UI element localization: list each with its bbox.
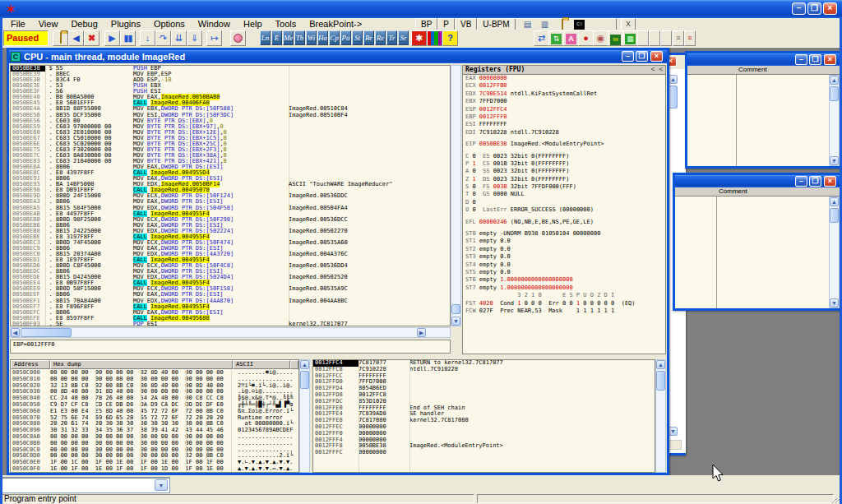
register-line[interactable]: EDI 7C910228 ntdll.7C910228 [463, 129, 665, 136]
help-button[interactable]: ? [442, 30, 458, 46]
scroll-up-icon[interactable]: ▲ [300, 360, 309, 369]
disasm-row[interactable]: 0050BE3B.83C4 F0ADD ESP,-10 [11, 77, 450, 83]
analyze-a-button[interactable]: A [563, 30, 579, 46]
comment-window-bottom-body[interactable]: ▲ ▼ [675, 197, 840, 308]
pane-button-tr[interactable]: Tr [386, 30, 397, 45]
register-line[interactable]: 3 2 1 0 E S P U O Z D I [463, 292, 665, 299]
register-line[interactable]: EDX 7C90E514 ntdll.KiFastSystemCallRet [463, 90, 665, 98]
menu-close-button[interactable]: X [621, 18, 636, 30]
register-line[interactable]: P 1 CS 001B 32bit 0(FFFFFFFF) [463, 160, 665, 168]
disasm-row[interactable]: 0050BE83.C683 21040000 00MOV BYTE PTR DS… [11, 159, 450, 164]
pane-button-th[interactable]: Th [294, 30, 305, 45]
disasm-hscrollbar[interactable]: ◀ ▶ [10, 327, 451, 338]
register-line[interactable]: T 0 GS 0000 NULL [463, 191, 665, 198]
minimize-button[interactable]: – [792, 2, 806, 15]
pane-button-wi[interactable]: Wi [306, 30, 317, 45]
toolbar-blank-button-2[interactable] [649, 30, 660, 46]
comment-window-top-titlebar[interactable]: – ❐ × [687, 53, 840, 66]
combobox-dropdown-icon[interactable]: ▼ [155, 479, 168, 491]
menu-item-options[interactable]: Options [147, 18, 192, 30]
menu-button-p[interactable]: P [437, 18, 455, 30]
menu-item-view[interactable]: View [32, 18, 65, 30]
register-line[interactable]: ST4 empty 0.0 [463, 261, 665, 269]
scroll-down-icon[interactable]: ▼ [830, 298, 839, 307]
scrollbar-thumb[interactable] [656, 371, 665, 391]
scrollbar-thumb[interactable] [669, 86, 678, 109]
record-button[interactable]: ● [578, 30, 594, 46]
disasm-row[interactable]: 0050BEF7.E8 F896F8FFCALL ImageRed.004955… [11, 304, 450, 310]
scrollbar-thumb[interactable] [300, 371, 309, 389]
scrollbar-thumb[interactable] [21, 328, 72, 337]
minimize-button[interactable]: – [795, 176, 807, 187]
appearance-button[interactable] [427, 30, 442, 46]
scrollbar-thumb[interactable] [830, 208, 839, 223]
disasm-row[interactable]: 0050BE38$55PUSH EBP [11, 66, 450, 72]
menu-button-vb[interactable]: VB [455, 18, 477, 30]
open-file-button[interactable] [53, 30, 68, 46]
pane-button-sr[interactable]: Sr [398, 30, 409, 45]
scroll-right-icon[interactable]: ▶ [417, 328, 426, 337]
menu-item-file[interactable]: File [4, 18, 32, 30]
dump-vscrollbar[interactable]: ▲ [299, 359, 310, 473]
register-line[interactable]: ESI FFFFFFFF [463, 121, 665, 128]
menu-button-bp[interactable]: BP [415, 18, 437, 30]
register-line[interactable]: ST5 empty 0.0 [463, 269, 665, 276]
register-line[interactable]: ST1 empty 0.0 [463, 238, 665, 245]
register-line[interactable]: D 0 [463, 199, 665, 206]
document-icon[interactable]: ▤ [522, 20, 533, 30]
console-icon[interactable]: C:\ [574, 20, 585, 30]
register-line[interactable]: EIP 0050BE38 ImageRed.<ModuleEntryPoint> [463, 141, 665, 148]
pause-button[interactable]: ▮▮ [120, 30, 136, 46]
pane-button-br[interactable]: Br [363, 30, 374, 45]
stack-vscrollbar[interactable]: ▲ [655, 359, 666, 473]
list-view-button-2[interactable]: ≡ [684, 30, 696, 46]
list-view-button-1[interactable]: ≡ [673, 30, 684, 46]
go-to-address-button[interactable] [230, 30, 246, 46]
dump-pane[interactable]: Address Hex dump ASCII 0050C00000 00 00 … [10, 359, 299, 473]
restore-button[interactable]: ❐ [809, 54, 821, 65]
register-line[interactable]: ST7 empty 1.0000000000000000000 [463, 284, 665, 292]
registers-pane[interactable]: Registers (FPU) < < EAX 00000000ECX 0012… [462, 65, 666, 354]
comment-vscrollbar[interactable]: ▲ ▼ [829, 75, 840, 166]
restore-button[interactable]: ❐ [809, 176, 821, 187]
step-into-button[interactable]: ↓ [140, 30, 155, 46]
restore-button[interactable]: ❐ [807, 2, 821, 15]
menu-item-help[interactable]: Help [237, 18, 269, 30]
pane-button-st[interactable]: St [352, 30, 363, 45]
dice-plugin-button[interactable]: 99 [608, 30, 623, 46]
comment-window-bottom[interactable]: – ❐ × Comment ▲ ▼ [673, 173, 842, 311]
register-line[interactable]: ST6 empty 1.0000000000000000000 [463, 276, 665, 284]
pane-button-me[interactable]: Me [283, 30, 294, 45]
cpu-restore-button[interactable]: ❐ [636, 51, 648, 62]
register-line[interactable]: ST0 empty -UNORM B938 01050104 00000000 [463, 230, 665, 238]
command-combobox[interactable]: ▼ [2, 478, 169, 492]
disasm-row[interactable]: 0050BE9D.8B0D 24F15000MOV ECX,DWORD PTR … [11, 193, 450, 199]
comment-window-bottom-titlebar[interactable]: – ❐ × [675, 175, 840, 187]
pane-button-cp[interactable]: Cp [329, 30, 340, 45]
cpu-minimize-button[interactable]: – [622, 51, 634, 62]
disasm-row[interactable]: 0050BEE9.8B0D 58F15000MOV ECX,DWORD PTR … [11, 286, 450, 292]
updown-plugin-button[interactable]: ⇅ [548, 30, 564, 46]
toolbar-blank-button-1[interactable] [637, 30, 649, 46]
folder-icon[interactable] [557, 20, 567, 30]
scroll-up-icon[interactable]: ▲ [830, 197, 839, 206]
disasm-row[interactable]: 0050BE8C.E8 4397F8FFCALL ImageRed.004955… [11, 170, 450, 176]
pane-button-re[interactable]: Re [375, 30, 386, 45]
step-over-button[interactable]: ↷ [155, 30, 171, 46]
scrollbar-thumb[interactable] [451, 304, 460, 314]
scroll-up-icon[interactable]: ▲ [656, 360, 665, 369]
pane-button-ha[interactable]: Ha [317, 30, 328, 45]
registers-nav-icons[interactable]: < < [651, 66, 663, 74]
notes-icon[interactable]: ▥ [539, 20, 550, 30]
register-line[interactable]: FST 4020 Cond 1 0 0 0 Err 0 0 1 0 0 0 0 … [463, 300, 665, 307]
menu-item-breakpoint[interactable]: BreakPoint-> [303, 18, 368, 30]
disasm-row[interactable]: 0050BED6.8B0D C8F45000MOV ECX,DWORD PTR … [11, 263, 450, 269]
minimize-button[interactable]: – [795, 54, 807, 65]
grid-window-button[interactable]: ▦ [622, 30, 638, 46]
execute-till-return-button[interactable]: ↦ [206, 30, 222, 46]
register-line[interactable]: EFL 00000246 (NO,NB,E,BE,NS,PE,GE,LE) [463, 219, 665, 226]
register-line[interactable]: ST2 empty 0.0 [463, 246, 665, 253]
scrollbar-thumb[interactable] [830, 86, 839, 101]
disassembly-pane[interactable]: 0050BE38$55PUSH EBP0050BE39.8BECMOV EBP,… [10, 65, 451, 326]
comment-vscrollbar[interactable]: ▲ ▼ [829, 197, 840, 308]
